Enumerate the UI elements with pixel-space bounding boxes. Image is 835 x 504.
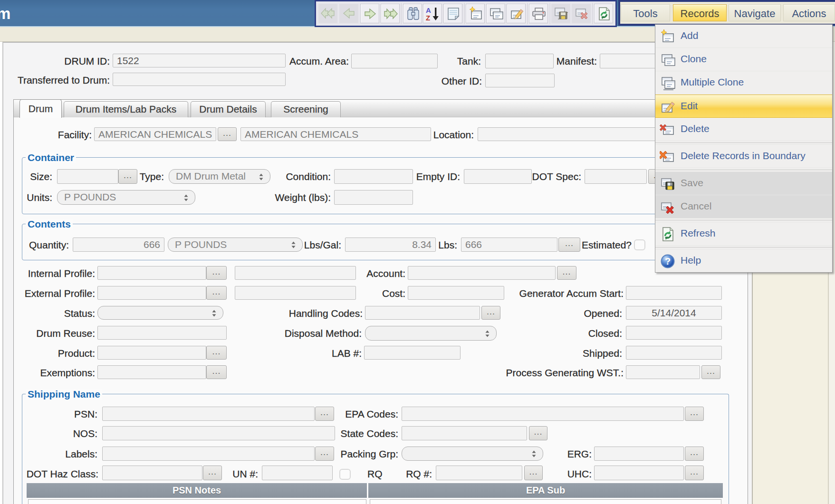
svg-text:Z: Z — [426, 14, 430, 21]
svg-text:?: ? — [665, 256, 671, 266]
svg-text:A: A — [426, 6, 431, 14]
